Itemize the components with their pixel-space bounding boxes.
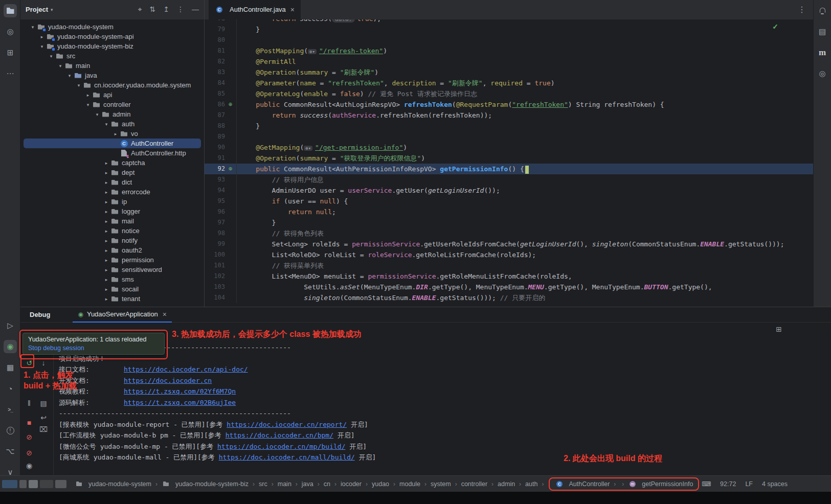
tree-item[interactable]: ▸oauth2	[24, 245, 201, 255]
tree-item[interactable]: ▸errorcode	[24, 187, 201, 197]
tree-item[interactable]: ↯AuthController.http	[24, 148, 201, 158]
maven-tool-icon[interactable]: m	[816, 46, 829, 59]
breadcrumb-item[interactable]: yudao-module-system-biz	[161, 479, 250, 489]
code-line[interactable]: 98 // 获得角色列表	[205, 228, 813, 239]
endpoint-gutter-icon[interactable]: ⊕	[227, 165, 234, 173]
project-tool-icon[interactable]	[4, 4, 17, 17]
tree-chevron-icon[interactable]: ▸	[102, 296, 110, 302]
console-link[interactable]: https://t.zsxq.com/02Yf6M7Qn	[124, 387, 236, 395]
tree-chevron-icon[interactable]: ▾	[75, 83, 83, 88]
code-line[interactable]: 95 if (user == null) {	[205, 196, 813, 207]
run-tool-icon[interactable]: ▷	[4, 319, 17, 332]
notifications-bell-icon[interactable]	[816, 4, 829, 17]
view-breakpoints-icon[interactable]: ⊘	[24, 447, 35, 459]
close-tab-icon[interactable]: ×	[290, 6, 295, 14]
breadcrumb-item[interactable]: iocoder	[340, 480, 363, 488]
tree-chevron-icon[interactable]: ▸	[102, 209, 110, 214]
line-ending-widget[interactable]: LF	[745, 480, 753, 488]
console-link[interactable]: https://doc.iocoder.cn/bpm/	[226, 431, 333, 439]
tree-item[interactable]: ▾auth	[24, 119, 201, 129]
tree-item[interactable]: ▸notify	[24, 236, 201, 245]
tree-chevron-icon[interactable]: ▸	[102, 170, 110, 175]
indent-widget[interactable]: 4 spaces	[762, 480, 788, 488]
tree-chevron-icon[interactable]: ▸	[102, 238, 110, 243]
code-line[interactable]: 92⊕ public CommonResult<AuthPermissionIn…	[205, 164, 813, 174]
hide-panel-icon[interactable]: —	[192, 5, 199, 14]
breadcrumb-item[interactable]: java	[301, 480, 315, 488]
tree-chevron-icon[interactable]: ▸	[102, 161, 110, 166]
commit-tool-icon[interactable]: ◎	[4, 25, 17, 38]
breadcrumb-item[interactable]: mgetPermissionInfo	[627, 479, 694, 489]
debug-panel-label[interactable]: Debug	[20, 311, 58, 318]
editor-tab-authcontroller[interactable]: C AuthController.java ×	[209, 0, 301, 19]
tree-chevron-icon[interactable]: ▾	[65, 73, 74, 78]
debug-tool-icon[interactable]: ◉	[4, 340, 17, 353]
tree-item[interactable]: ▾main	[24, 61, 201, 71]
cursor-position[interactable]: 92:72	[720, 480, 736, 488]
pause-icon[interactable]: ‖	[24, 398, 35, 409]
tree-chevron-icon[interactable]: ▸	[102, 228, 110, 234]
code-line[interactable]: 104 singleton(CommonStatusEnum.ENABLE.ge…	[205, 292, 813, 303]
screenshot-icon[interactable]: ◉	[24, 460, 35, 471]
code-line[interactable]: 102 List<MenuDO> menuList = permissionSe…	[205, 271, 813, 282]
tree-item[interactable]: ▸api	[24, 90, 201, 100]
code-line[interactable]: 81 @PostMapping(⊕▾"/refresh-token")	[205, 45, 813, 56]
tree-item[interactable]: ▸dict	[24, 177, 201, 187]
console-link[interactable]: https://t.zsxq.com/02B6ujIee	[124, 399, 236, 406]
panel-options-icon[interactable]: ⋮	[177, 5, 184, 14]
code-line[interactable]: 82 @PermitAll	[205, 56, 813, 67]
tree-chevron-icon[interactable]: ▸	[102, 199, 110, 204]
tree-item[interactable]: ▸ip	[24, 197, 201, 207]
tree-item[interactable]: ▾java	[24, 71, 201, 80]
project-panel-title[interactable]: Project	[26, 6, 48, 13]
tree-chevron-icon[interactable]: ▾	[47, 54, 55, 59]
layout-settings-icon[interactable]: ⊞	[776, 325, 782, 333]
tree-item[interactable]: ▸permission	[24, 255, 201, 265]
inspection-ok-icon[interactable]: ✓	[772, 22, 778, 31]
tree-chevron-icon[interactable]: ▾	[84, 102, 92, 107]
tree-chevron-icon[interactable]: ▾	[29, 25, 37, 30]
tree-chevron-icon[interactable]: ▸	[111, 131, 120, 136]
code-line[interactable]: 100 List<RoleDO> roleList = roleService.…	[205, 249, 813, 260]
mute-breakpoints-icon[interactable]: ⊘	[24, 431, 35, 443]
tree-item[interactable]: CAuthController	[24, 139, 201, 148]
print-console-icon[interactable]: ▤	[38, 398, 49, 409]
chevron-down-icon[interactable]: ▾	[51, 7, 53, 12]
tree-chevron-icon[interactable]: ▸	[102, 219, 110, 224]
tree-chevron-icon[interactable]: ▾	[93, 112, 101, 117]
code-line[interactable]: 80	[205, 35, 813, 45]
console-link[interactable]: https://doc.iocoder.cn	[124, 377, 212, 384]
tree-chevron-icon[interactable]: ▸	[84, 93, 92, 98]
tree-item[interactable]: ▾yudao-module-system-biz	[24, 41, 201, 51]
tree-item[interactable]: ▸dept	[24, 168, 201, 177]
code-line[interactable]: 86⊕ public CommonResult<AuthLoginRespVO>…	[205, 99, 813, 110]
tree-chevron-icon[interactable]: ▾	[56, 63, 64, 68]
services-tool-icon[interactable]: ▦	[4, 361, 17, 374]
debug-console[interactable]: ----------------------------------------…	[53, 336, 831, 475]
tree-item[interactable]: ▸notice	[24, 226, 201, 236]
console-link[interactable]: https://doc.iocoder.cn/api-doc/	[124, 365, 248, 373]
code-line[interactable]: 83 @Operation(summary = "刷新令牌")	[205, 67, 813, 78]
problems-tool-icon[interactable]: !	[4, 424, 17, 437]
structure-tool-icon[interactable]: ⊞	[4, 46, 17, 59]
code-line[interactable]: 78 return success(data:true);	[205, 19, 813, 24]
profiler-tool-icon[interactable]: ◔	[4, 382, 17, 395]
tree-chevron-icon[interactable]: ▸	[102, 190, 110, 195]
http-client-inlay-icon[interactable]: ⊕▾	[308, 49, 317, 54]
database-tool-icon[interactable]: ▤	[816, 25, 829, 38]
tree-chevron-icon[interactable]: ▾	[38, 44, 46, 49]
code-line[interactable]: 91 @Operation(summary = "获取登录用户的权限信息")	[205, 153, 813, 164]
tree-chevron-icon[interactable]: ▸	[102, 248, 110, 253]
code-line[interactable]: 96 return null;	[205, 207, 813, 217]
code-line[interactable]: 79 }	[205, 24, 813, 35]
tree-chevron-icon[interactable]: ▸	[102, 258, 110, 263]
stop-icon[interactable]: ■	[24, 417, 35, 428]
tree-chevron-icon[interactable]: ▸	[102, 277, 110, 282]
tree-item[interactable]: ▸sensitiveword	[24, 265, 201, 274]
breadcrumb-item[interactable]: module	[398, 480, 421, 488]
tree-item[interactable]: ▸socail	[24, 284, 201, 294]
code-line[interactable]: 99 Set<Long> roleIds = permissionService…	[205, 239, 813, 249]
code-line[interactable]: 97 }	[205, 217, 813, 228]
debug-session-tab[interactable]: ◉ YudaoServerApplication ×	[73, 307, 171, 323]
clear-console-icon[interactable]: ⌧	[38, 424, 49, 435]
